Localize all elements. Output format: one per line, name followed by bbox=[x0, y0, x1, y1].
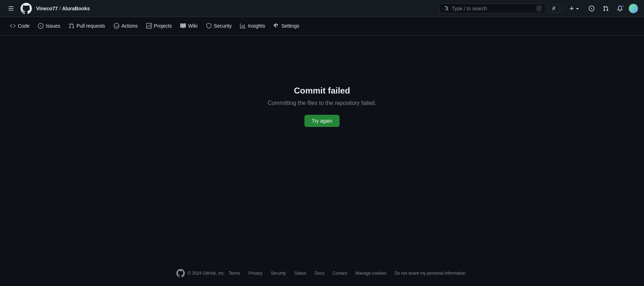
tab-actions[interactable]: Actions bbox=[109, 18, 142, 34]
footer-github-logo-icon bbox=[176, 269, 185, 277]
actions-tab-icon bbox=[114, 23, 119, 29]
tab-code[interactable]: Code bbox=[6, 18, 34, 34]
footer-sep-4: · bbox=[310, 271, 311, 276]
command-palette-icon bbox=[552, 6, 557, 11]
insights-tab-icon bbox=[240, 23, 246, 29]
footer-link-privacy[interactable]: Privacy bbox=[246, 271, 264, 276]
breadcrumb: Vineco77 / AluraBooks bbox=[36, 6, 90, 11]
footer-link-terms[interactable]: Terms bbox=[227, 271, 243, 276]
breadcrumb-user-link[interactable]: Vineco77 bbox=[36, 6, 58, 11]
command-palette-button[interactable] bbox=[548, 4, 560, 13]
page-footer: © 2024 GitHub, Inc. Terms · Privacy · Se… bbox=[0, 260, 644, 286]
search-icon bbox=[443, 6, 449, 11]
search-placeholder-text: Type / to search bbox=[452, 6, 534, 11]
pull-requests-icon bbox=[603, 6, 609, 11]
issues-button[interactable] bbox=[586, 4, 597, 13]
issues-icon bbox=[589, 6, 594, 11]
footer-link-status[interactable]: Status bbox=[292, 271, 308, 276]
footer-sep-6: · bbox=[351, 271, 352, 276]
hamburger-icon bbox=[8, 6, 14, 11]
notification-badge bbox=[621, 5, 624, 8]
footer-link-manage-cookies[interactable]: Manage cookies bbox=[353, 271, 388, 276]
top-nav-left: Vineco77 / AluraBooks bbox=[6, 3, 435, 14]
footer-link-docs[interactable]: Docs bbox=[313, 271, 326, 276]
repo-tabs: Code Issues Pull requests Actions Projec… bbox=[0, 17, 644, 35]
try-again-button[interactable]: Try again bbox=[304, 115, 340, 127]
footer-sep-1: · bbox=[244, 271, 245, 276]
footer-copyright: © 2024 GitHub, Inc. bbox=[188, 271, 225, 276]
tab-settings[interactable]: Settings bbox=[269, 18, 304, 34]
footer-link-do-not-share[interactable]: Do not share my personal information bbox=[393, 271, 468, 276]
commit-failed-title: Commit failed bbox=[294, 86, 350, 96]
code-icon bbox=[10, 23, 16, 29]
main-content: Commit failed Committing the files to th… bbox=[0, 35, 644, 177]
footer-link-security[interactable]: Security bbox=[268, 271, 288, 276]
avatar[interactable] bbox=[628, 4, 638, 13]
new-button[interactable] bbox=[566, 4, 583, 13]
notifications-button[interactable] bbox=[614, 4, 626, 13]
footer-sep-3: · bbox=[290, 271, 291, 276]
commit-failed-subtitle: Committing the files to the repository f… bbox=[268, 100, 376, 106]
top-nav-right: Type / to search / bbox=[439, 4, 638, 13]
tab-issues[interactable]: Issues bbox=[34, 18, 64, 34]
plus-icon bbox=[569, 6, 575, 11]
issues-tab-icon bbox=[38, 23, 44, 29]
breadcrumb-repo-link[interactable]: AluraBooks bbox=[62, 6, 90, 11]
tab-projects[interactable]: Projects bbox=[142, 18, 176, 34]
footer-sep-2: · bbox=[266, 271, 267, 276]
chevron-down-icon bbox=[575, 6, 580, 11]
footer-sep-5: · bbox=[328, 271, 329, 276]
github-logo-icon[interactable] bbox=[21, 3, 32, 14]
footer-link-contact[interactable]: Contact bbox=[330, 271, 349, 276]
search-slash-key: / bbox=[536, 5, 542, 12]
wiki-tab-icon bbox=[180, 23, 186, 29]
projects-tab-icon bbox=[146, 23, 152, 29]
search-bar[interactable]: Type / to search / bbox=[439, 4, 546, 13]
tab-wiki[interactable]: Wiki bbox=[176, 18, 201, 34]
pull-requests-button[interactable] bbox=[600, 4, 611, 13]
breadcrumb-separator: / bbox=[59, 6, 61, 11]
pr-tab-icon bbox=[69, 23, 74, 29]
tab-pull-requests[interactable]: Pull requests bbox=[64, 18, 109, 34]
footer-sep-7: · bbox=[390, 271, 391, 276]
nav-divider bbox=[563, 4, 563, 13]
tab-security[interactable]: Security bbox=[202, 18, 236, 34]
top-navbar: Vineco77 / AluraBooks Type / to search / bbox=[0, 0, 644, 17]
tab-insights[interactable]: Insights bbox=[236, 18, 269, 34]
hamburger-button[interactable] bbox=[6, 4, 16, 13]
settings-tab-icon bbox=[274, 23, 279, 29]
security-tab-icon bbox=[206, 23, 212, 29]
